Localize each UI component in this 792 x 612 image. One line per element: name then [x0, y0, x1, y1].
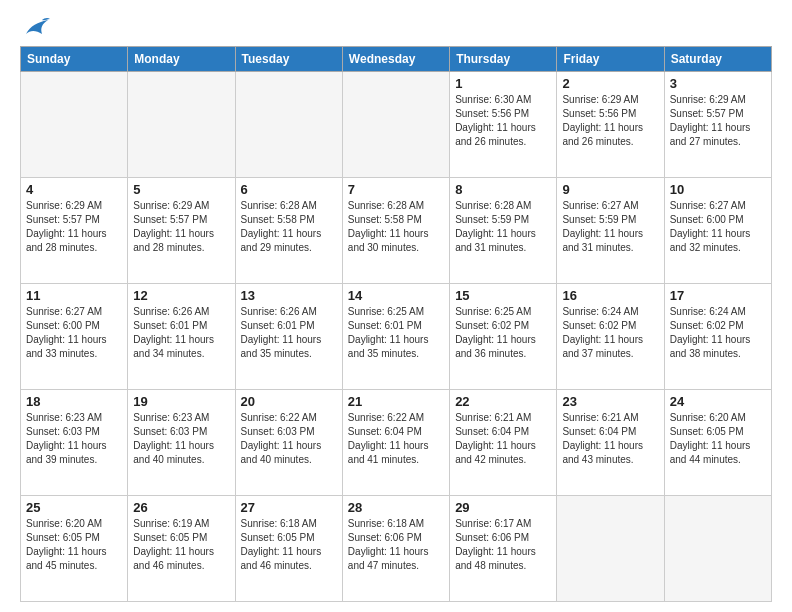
calendar-cell: 28Sunrise: 6:18 AMSunset: 6:06 PMDayligh…	[342, 496, 449, 602]
day-info: Sunrise: 6:20 AMSunset: 6:05 PMDaylight:…	[26, 517, 122, 573]
day-number: 24	[670, 394, 766, 409]
day-info: Sunrise: 6:29 AMSunset: 5:56 PMDaylight:…	[562, 93, 658, 149]
day-info: Sunrise: 6:29 AMSunset: 5:57 PMDaylight:…	[133, 199, 229, 255]
day-info: Sunrise: 6:28 AMSunset: 5:58 PMDaylight:…	[241, 199, 337, 255]
day-info: Sunrise: 6:21 AMSunset: 6:04 PMDaylight:…	[455, 411, 551, 467]
calendar-cell: 21Sunrise: 6:22 AMSunset: 6:04 PMDayligh…	[342, 390, 449, 496]
calendar-cell: 6Sunrise: 6:28 AMSunset: 5:58 PMDaylight…	[235, 178, 342, 284]
day-info: Sunrise: 6:26 AMSunset: 6:01 PMDaylight:…	[133, 305, 229, 361]
day-info: Sunrise: 6:30 AMSunset: 5:56 PMDaylight:…	[455, 93, 551, 149]
day-number: 9	[562, 182, 658, 197]
calendar-cell: 27Sunrise: 6:18 AMSunset: 6:05 PMDayligh…	[235, 496, 342, 602]
day-number: 29	[455, 500, 551, 515]
calendar-cell: 12Sunrise: 6:26 AMSunset: 6:01 PMDayligh…	[128, 284, 235, 390]
day-info: Sunrise: 6:27 AMSunset: 6:00 PMDaylight:…	[670, 199, 766, 255]
calendar-cell: 4Sunrise: 6:29 AMSunset: 5:57 PMDaylight…	[21, 178, 128, 284]
day-number: 15	[455, 288, 551, 303]
day-info: Sunrise: 6:23 AMSunset: 6:03 PMDaylight:…	[133, 411, 229, 467]
week-row-2: 11Sunrise: 6:27 AMSunset: 6:00 PMDayligh…	[21, 284, 772, 390]
day-number: 14	[348, 288, 444, 303]
header-cell-tuesday: Tuesday	[235, 47, 342, 72]
day-info: Sunrise: 6:25 AMSunset: 6:01 PMDaylight:…	[348, 305, 444, 361]
calendar-cell	[235, 72, 342, 178]
calendar-cell	[664, 496, 771, 602]
calendar-cell: 9Sunrise: 6:27 AMSunset: 5:59 PMDaylight…	[557, 178, 664, 284]
day-info: Sunrise: 6:20 AMSunset: 6:05 PMDaylight:…	[670, 411, 766, 467]
calendar-cell	[21, 72, 128, 178]
day-number: 25	[26, 500, 122, 515]
day-info: Sunrise: 6:22 AMSunset: 6:03 PMDaylight:…	[241, 411, 337, 467]
day-number: 4	[26, 182, 122, 197]
calendar-cell: 14Sunrise: 6:25 AMSunset: 6:01 PMDayligh…	[342, 284, 449, 390]
calendar-cell: 22Sunrise: 6:21 AMSunset: 6:04 PMDayligh…	[450, 390, 557, 496]
calendar-cell: 24Sunrise: 6:20 AMSunset: 6:05 PMDayligh…	[664, 390, 771, 496]
calendar-cell	[557, 496, 664, 602]
day-number: 23	[562, 394, 658, 409]
day-number: 10	[670, 182, 766, 197]
day-info: Sunrise: 6:21 AMSunset: 6:04 PMDaylight:…	[562, 411, 658, 467]
calendar-table: SundayMondayTuesdayWednesdayThursdayFrid…	[20, 46, 772, 602]
header-cell-thursday: Thursday	[450, 47, 557, 72]
day-info: Sunrise: 6:28 AMSunset: 5:58 PMDaylight:…	[348, 199, 444, 255]
week-row-3: 18Sunrise: 6:23 AMSunset: 6:03 PMDayligh…	[21, 390, 772, 496]
calendar-cell: 26Sunrise: 6:19 AMSunset: 6:05 PMDayligh…	[128, 496, 235, 602]
day-number: 16	[562, 288, 658, 303]
calendar-cell: 3Sunrise: 6:29 AMSunset: 5:57 PMDaylight…	[664, 72, 771, 178]
week-row-1: 4Sunrise: 6:29 AMSunset: 5:57 PMDaylight…	[21, 178, 772, 284]
header-cell-friday: Friday	[557, 47, 664, 72]
week-row-0: 1Sunrise: 6:30 AMSunset: 5:56 PMDaylight…	[21, 72, 772, 178]
day-number: 27	[241, 500, 337, 515]
day-number: 18	[26, 394, 122, 409]
header	[20, 16, 772, 38]
day-info: Sunrise: 6:17 AMSunset: 6:06 PMDaylight:…	[455, 517, 551, 573]
calendar-cell: 13Sunrise: 6:26 AMSunset: 6:01 PMDayligh…	[235, 284, 342, 390]
day-number: 26	[133, 500, 229, 515]
day-info: Sunrise: 6:24 AMSunset: 6:02 PMDaylight:…	[670, 305, 766, 361]
day-number: 12	[133, 288, 229, 303]
day-number: 20	[241, 394, 337, 409]
header-cell-saturday: Saturday	[664, 47, 771, 72]
day-number: 28	[348, 500, 444, 515]
day-number: 2	[562, 76, 658, 91]
day-info: Sunrise: 6:23 AMSunset: 6:03 PMDaylight:…	[26, 411, 122, 467]
calendar-cell: 17Sunrise: 6:24 AMSunset: 6:02 PMDayligh…	[664, 284, 771, 390]
calendar-cell: 10Sunrise: 6:27 AMSunset: 6:00 PMDayligh…	[664, 178, 771, 284]
day-info: Sunrise: 6:27 AMSunset: 6:00 PMDaylight:…	[26, 305, 122, 361]
calendar-cell: 20Sunrise: 6:22 AMSunset: 6:03 PMDayligh…	[235, 390, 342, 496]
day-info: Sunrise: 6:22 AMSunset: 6:04 PMDaylight:…	[348, 411, 444, 467]
day-info: Sunrise: 6:19 AMSunset: 6:05 PMDaylight:…	[133, 517, 229, 573]
day-info: Sunrise: 6:28 AMSunset: 5:59 PMDaylight:…	[455, 199, 551, 255]
day-number: 11	[26, 288, 122, 303]
calendar-cell: 5Sunrise: 6:29 AMSunset: 5:57 PMDaylight…	[128, 178, 235, 284]
day-number: 7	[348, 182, 444, 197]
day-number: 19	[133, 394, 229, 409]
calendar-cell: 1Sunrise: 6:30 AMSunset: 5:56 PMDaylight…	[450, 72, 557, 178]
page: SundayMondayTuesdayWednesdayThursdayFrid…	[0, 0, 792, 612]
calendar-cell: 2Sunrise: 6:29 AMSunset: 5:56 PMDaylight…	[557, 72, 664, 178]
week-row-4: 25Sunrise: 6:20 AMSunset: 6:05 PMDayligh…	[21, 496, 772, 602]
day-number: 5	[133, 182, 229, 197]
day-info: Sunrise: 6:18 AMSunset: 6:06 PMDaylight:…	[348, 517, 444, 573]
calendar-cell: 23Sunrise: 6:21 AMSunset: 6:04 PMDayligh…	[557, 390, 664, 496]
day-number: 1	[455, 76, 551, 91]
day-number: 3	[670, 76, 766, 91]
calendar-cell: 29Sunrise: 6:17 AMSunset: 6:06 PMDayligh…	[450, 496, 557, 602]
logo	[20, 16, 50, 38]
day-info: Sunrise: 6:26 AMSunset: 6:01 PMDaylight:…	[241, 305, 337, 361]
day-info: Sunrise: 6:18 AMSunset: 6:05 PMDaylight:…	[241, 517, 337, 573]
calendar-cell: 15Sunrise: 6:25 AMSunset: 6:02 PMDayligh…	[450, 284, 557, 390]
day-info: Sunrise: 6:29 AMSunset: 5:57 PMDaylight:…	[26, 199, 122, 255]
calendar-cell: 19Sunrise: 6:23 AMSunset: 6:03 PMDayligh…	[128, 390, 235, 496]
calendar-cell: 7Sunrise: 6:28 AMSunset: 5:58 PMDaylight…	[342, 178, 449, 284]
calendar-cell: 25Sunrise: 6:20 AMSunset: 6:05 PMDayligh…	[21, 496, 128, 602]
day-number: 6	[241, 182, 337, 197]
calendar-cell: 16Sunrise: 6:24 AMSunset: 6:02 PMDayligh…	[557, 284, 664, 390]
calendar-cell	[342, 72, 449, 178]
day-number: 21	[348, 394, 444, 409]
logo-bird-icon	[22, 16, 50, 38]
day-info: Sunrise: 6:27 AMSunset: 5:59 PMDaylight:…	[562, 199, 658, 255]
header-cell-sunday: Sunday	[21, 47, 128, 72]
day-number: 8	[455, 182, 551, 197]
calendar-cell: 8Sunrise: 6:28 AMSunset: 5:59 PMDaylight…	[450, 178, 557, 284]
day-number: 22	[455, 394, 551, 409]
